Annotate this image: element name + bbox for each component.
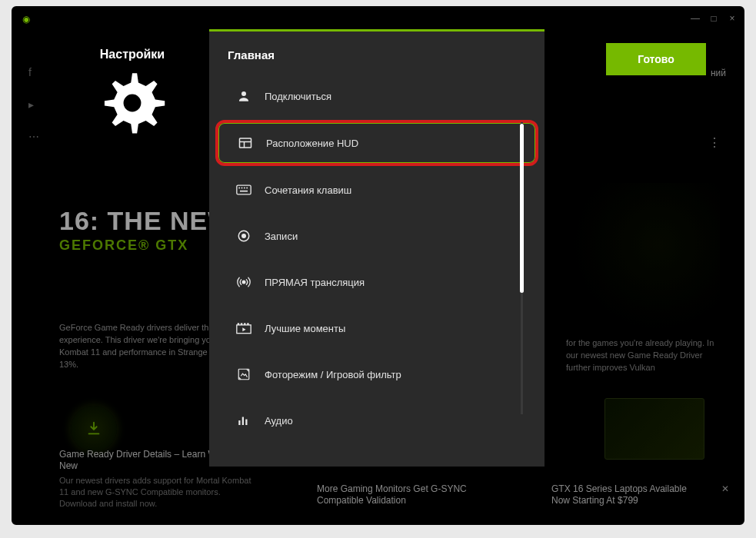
app-window: ◉ — □ × f ▸ ⋯ 16: THE NEW GEFORCE® GTX G…	[12, 6, 744, 525]
photo-filter-icon	[235, 366, 252, 383]
svg-rect-22	[238, 420, 240, 425]
menu-item-connect[interactable]: Подключиться	[215, 74, 538, 118]
record-icon	[235, 227, 252, 244]
svg-rect-7	[237, 185, 251, 194]
svg-point-3	[124, 95, 142, 112]
menu-item-label: Лучшие моменты	[265, 323, 345, 334]
menu-item-broadcast[interactable]: ПРЯМАЯ трансляция	[215, 260, 538, 304]
close-button[interactable]: ×	[728, 14, 737, 23]
svg-point-14	[241, 234, 246, 238]
menu-item-photomode[interactable]: Фоторежим / Игровой фильтр	[215, 352, 538, 397]
keyboard-icon	[235, 181, 252, 198]
title-bar: — □ ×	[13, 8, 743, 29]
film-icon	[235, 320, 252, 337]
menu-item-label: ПРЯМАЯ трансляция	[265, 277, 365, 288]
layout-icon	[237, 134, 254, 151]
broadcast-icon	[235, 274, 252, 291]
menu-item-highlights[interactable]: Лучшие моменты	[215, 306, 538, 350]
menu-item-hud-layout[interactable]: Расположение HUD	[215, 120, 538, 166]
menu-item-label: Подключиться	[265, 91, 331, 102]
minimize-button[interactable]: —	[691, 14, 700, 23]
person-icon	[235, 88, 252, 105]
svg-rect-17	[238, 323, 240, 325]
svg-rect-11	[246, 188, 248, 189]
panel-title: Главная	[209, 48, 545, 72]
svg-rect-9	[241, 188, 243, 189]
settings-panel: Главная Подключиться Расположение HUD Со…	[209, 32, 545, 467]
settings-header: Настройки	[59, 48, 205, 137]
svg-rect-24	[245, 420, 247, 426]
svg-rect-19	[244, 323, 246, 325]
done-button[interactable]: Готово	[606, 43, 706, 75]
settings-title: Настройки	[59, 48, 205, 61]
behind-text-fragment: ний	[711, 68, 726, 78]
svg-rect-12	[240, 191, 248, 192]
audio-bars-icon	[235, 412, 252, 429]
svg-rect-8	[238, 188, 240, 189]
scrollbar-thumb[interactable]	[520, 124, 524, 293]
menu-item-shortcuts[interactable]: Сочетания клавиш	[215, 168, 538, 212]
maximize-button[interactable]: □	[709, 14, 718, 23]
svg-rect-20	[247, 323, 249, 325]
svg-rect-4	[240, 138, 251, 148]
menu-item-recordings[interactable]: Записи	[215, 214, 538, 258]
gear-icon	[98, 69, 166, 137]
svg-rect-18	[241, 323, 243, 325]
svg-point-15	[242, 281, 246, 284]
menu-item-label: Аудио	[265, 415, 293, 427]
done-button-label: Готово	[638, 53, 674, 65]
menu-item-label: Расположение HUD	[266, 138, 358, 149]
nvidia-logo-icon: ◉	[22, 14, 30, 25]
menu-item-label: Фоторежим / Игровой фильтр	[265, 369, 401, 380]
menu-item-label: Сочетания клавиш	[265, 184, 351, 196]
menu-item-audio[interactable]: Аудио	[215, 398, 538, 443]
menu-item-label: Записи	[265, 231, 298, 242]
svg-rect-10	[244, 188, 245, 189]
svg-rect-23	[242, 417, 244, 426]
